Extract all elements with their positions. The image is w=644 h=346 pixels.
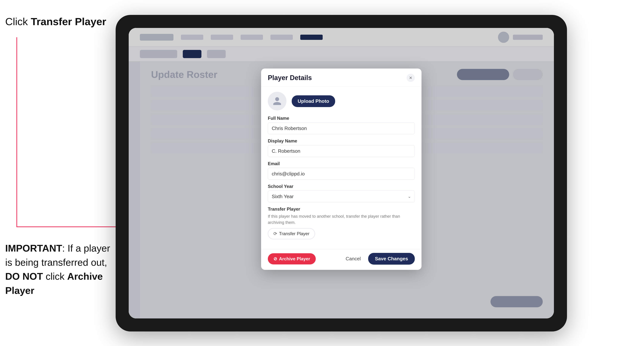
player-details-modal: Player Details × Upload Photo Full Name <box>261 69 422 270</box>
modal-footer: ⊘ Archive Player Cancel Save Changes <box>261 249 422 270</box>
full-name-group: Full Name <box>268 116 415 134</box>
archive-btn-label: Archive Player <box>279 256 310 261</box>
display-name-input[interactable] <box>268 145 415 157</box>
instruction-rest2: click <box>43 271 67 282</box>
modal-body: Upload Photo Full Name Display Name Emai… <box>261 87 422 249</box>
email-label: Email <box>268 161 415 166</box>
transfer-btn-label: Transfer Player <box>279 231 310 236</box>
school-year-group: School Year First Year Second Year Third… <box>268 184 415 202</box>
modal-header: Player Details × <box>261 69 422 87</box>
photo-row: Upload Photo <box>268 92 415 110</box>
tablet-screen: Update Roster Player <box>129 28 554 319</box>
upload-photo-button[interactable]: Upload Photo <box>292 95 335 107</box>
full-name-label: Full Name <box>268 116 415 121</box>
do-not-label: DO NOT <box>5 271 43 282</box>
save-changes-button[interactable]: Save Changes <box>368 253 415 265</box>
instruction-bold: Transfer Player <box>31 16 106 27</box>
user-icon <box>272 96 282 106</box>
modal-close-button[interactable]: × <box>406 74 415 82</box>
archive-player-button[interactable]: ⊘ Archive Player <box>268 253 316 264</box>
modal-title: Player Details <box>268 74 312 82</box>
instruction-bottom: IMPORTANT: If a player is being transfer… <box>5 241 114 298</box>
transfer-player-section: Transfer Player If this player has moved… <box>268 206 415 239</box>
school-year-select-wrapper: First Year Second Year Third Year Fourth… <box>268 190 415 202</box>
transfer-icon: ⟳ <box>274 231 277 236</box>
transfer-player-button[interactable]: ⟳ Transfer Player <box>268 228 315 239</box>
instruction-top: Click Transfer Player <box>5 15 106 28</box>
email-input[interactable] <box>268 168 415 180</box>
transfer-section-title: Transfer Player <box>268 206 415 212</box>
cancel-button[interactable]: Cancel <box>341 253 365 265</box>
school-year-select[interactable]: First Year Second Year Third Year Fourth… <box>268 190 415 202</box>
transfer-description: If this player has moved to another scho… <box>268 213 415 225</box>
email-group: Email <box>268 161 415 180</box>
school-year-label: School Year <box>268 184 415 189</box>
tablet-frame: Update Roster Player <box>116 15 567 332</box>
avatar-placeholder <box>268 92 286 110</box>
display-name-group: Display Name <box>268 138 415 157</box>
instruction-prefix: Click <box>5 16 31 27</box>
full-name-input[interactable] <box>268 122 415 134</box>
archive-icon: ⊘ <box>274 256 277 261</box>
display-name-label: Display Name <box>268 138 415 144</box>
footer-right-actions: Cancel Save Changes <box>341 253 415 265</box>
important-label: IMPORTANT <box>5 243 62 254</box>
arrow-vertical <box>16 37 17 227</box>
